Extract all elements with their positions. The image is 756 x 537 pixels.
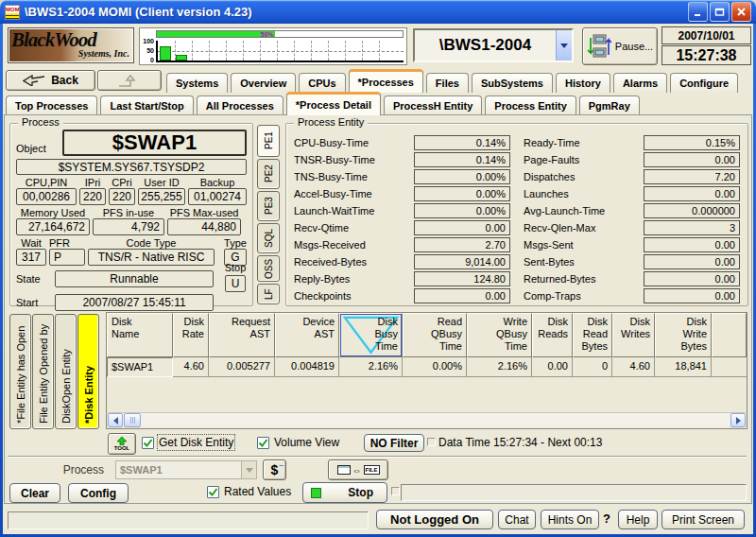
momi-app-icon: MOMI (5, 5, 20, 20)
tab-history[interactable]: History (556, 73, 610, 93)
cell-device-ast: 0.004819 (275, 357, 339, 377)
rated-values-checkbox[interactable]: Rated Values (207, 485, 291, 498)
side-tab-oss[interactable]: OSS (257, 255, 280, 282)
side-tab-pe1[interactable]: PE1 (257, 125, 280, 157)
col-disk-read-bytes[interactable]: Disk Read Bytes (573, 313, 612, 357)
side-tab-lf[interactable]: LF (257, 284, 280, 304)
minimize-button[interactable] (688, 2, 708, 22)
tab-subsystems[interactable]: SubSystems (472, 73, 553, 93)
stop-mode-value: U (225, 275, 246, 292)
system-select-value: \BWS1-2004 (415, 30, 556, 61)
print-screen-button[interactable]: Print Screen (662, 510, 745, 529)
col-device-ast[interactable]: Device AST (275, 313, 339, 357)
system-select[interactable]: \BWS1-2004 (413, 28, 574, 62)
entity-value: 2.70 (414, 237, 510, 252)
maximize-button[interactable] (710, 2, 730, 22)
state-value: Runnable (55, 270, 214, 287)
tab-file-entity-opened-by[interactable]: File Entity Opened by (32, 314, 54, 429)
col-request-ast[interactable]: Request AST (209, 313, 275, 357)
window-to-file-button[interactable]: ⇔ FILE (328, 459, 388, 480)
col-disk-name[interactable]: Disk Name (107, 313, 173, 357)
col-disk-writes[interactable]: Disk Writes (612, 313, 655, 357)
cell-disk-busy-time: 2.16% (339, 357, 403, 377)
tab-alarms[interactable]: Alarms (613, 73, 667, 93)
hints-on-button[interactable]: Hints On (541, 510, 599, 529)
back-button[interactable]: Back (6, 70, 95, 91)
entity-value: 0.00% (414, 203, 510, 218)
config-button[interactable]: Config (68, 483, 129, 503)
volume-view-label: Volume View (274, 436, 339, 449)
close-button[interactable] (731, 2, 751, 22)
maximize-icon (714, 7, 725, 17)
tab-pgmray[interactable]: PgmRay (579, 95, 640, 115)
side-tab-pe3[interactable]: PE3 (257, 191, 280, 221)
tab-systems[interactable]: Systems (166, 73, 228, 93)
entity-label: Received-Bytes (294, 256, 414, 268)
tab-all-processes[interactable]: All Processes (197, 95, 284, 115)
double-arrow-icon: ⇔ (352, 465, 362, 476)
col-write-qbusy-time[interactable]: Write QBusy Time (467, 313, 532, 357)
message-field (401, 484, 747, 501)
col-disk-busy-time[interactable]: Disk Busy Time (339, 313, 403, 357)
system-select-dropdown-button[interactable] (556, 30, 572, 61)
entity-label: Comp-Traps (524, 290, 644, 302)
no-filter-button[interactable]: NO Filter (364, 434, 424, 452)
not-logged-on-button[interactable]: Not Logged On (376, 510, 493, 529)
main-tab-bar: Systems Overview CPUs *Processes Files S… (166, 68, 741, 93)
tab-file-entity-has-open[interactable]: *File Entity has Open (9, 314, 31, 429)
entity-label: Recv-Qtime (294, 222, 414, 234)
tool-button[interactable]: TOOL (108, 433, 136, 455)
pause-button[interactable]: Pause... (582, 27, 658, 65)
tab-diskopen-entity[interactable]: DiskOpen Entity (55, 314, 77, 429)
side-tab-pe2[interactable]: PE2 (257, 159, 280, 189)
process-select[interactable]: $SWAP1 (115, 460, 257, 479)
tab-top-processes[interactable]: Top Processes (6, 95, 97, 115)
scroll-right-button[interactable] (730, 413, 746, 427)
tab-process-detail[interactable]: *Process Detail (286, 92, 381, 115)
tab-process-entity[interactable]: Process Entity (485, 95, 576, 115)
entity-value: 0.14% (414, 152, 510, 167)
dollar-lookup-button[interactable]: $ ~ (263, 459, 286, 480)
entity-label: Ready-Time (524, 137, 644, 148)
memory-used-label: Memory Used (16, 207, 90, 218)
pfs-inuse-value: 4,792 (93, 218, 164, 235)
scrollbar-thumb[interactable] (124, 413, 141, 427)
process-select-dropdown-button[interactable] (241, 461, 256, 478)
volume-view-checkbox[interactable]: Volume View (257, 436, 339, 449)
entity-value: 0.00 (644, 288, 740, 303)
tab-last-start-stop[interactable]: Last Start/Stop (100, 95, 193, 115)
tab-files[interactable]: Files (426, 73, 469, 93)
tab-processes[interactable]: *Processes (349, 69, 423, 93)
side-tab-sql[interactable]: SQL (257, 223, 280, 253)
file-icon: FILE (364, 465, 380, 475)
checkbox-icon (207, 486, 219, 498)
backup-value: 01,00274 (188, 188, 247, 205)
col-disk-reads[interactable]: Disk Reads (532, 313, 573, 357)
chat-button[interactable]: Chat (498, 510, 536, 529)
get-disk-entity-checkbox[interactable]: Get Disk Entity (142, 436, 233, 449)
stop-label: Stop (348, 486, 373, 499)
clear-button[interactable]: Clear (9, 483, 60, 503)
help-button[interactable]: Help (618, 510, 658, 529)
entity-value: 0.00 (644, 237, 740, 252)
process-select-label: Process (55, 463, 104, 476)
col-read-qbusy-time[interactable]: Read QBusy Time (403, 313, 467, 357)
tab-processh-entity[interactable]: ProcessH Entity (384, 95, 482, 115)
tab-disk-entity[interactable]: *Disk Entity (77, 314, 99, 429)
col-disk-rate[interactable]: Disk Rate (173, 313, 209, 357)
col-disk-write-bytes[interactable]: Disk Write Bytes (655, 313, 712, 357)
tab-overview[interactable]: Overview (231, 73, 296, 93)
cpu-mini-chart: 50% 100 50 0 (139, 27, 407, 65)
stop-button[interactable]: Stop (302, 482, 387, 503)
entity-value: 0.00 (644, 186, 740, 201)
entity-value: 9,014.00 (414, 254, 510, 269)
tab-cpus[interactable]: CPUs (299, 73, 345, 93)
forward-arrow-button[interactable] (97, 70, 162, 91)
pfs-inuse-label: PFS in-use (93, 207, 164, 218)
minimize-icon (693, 7, 703, 17)
cell-request-ast: 0.005277 (209, 357, 275, 377)
scroll-left-button[interactable] (108, 413, 123, 427)
tab-configure[interactable]: Configure (670, 73, 738, 93)
table-row[interactable]: $SWAP1 4.60 0.005277 0.004819 2.16% 0.00… (107, 357, 747, 377)
horizontal-scrollbar[interactable] (108, 412, 746, 427)
